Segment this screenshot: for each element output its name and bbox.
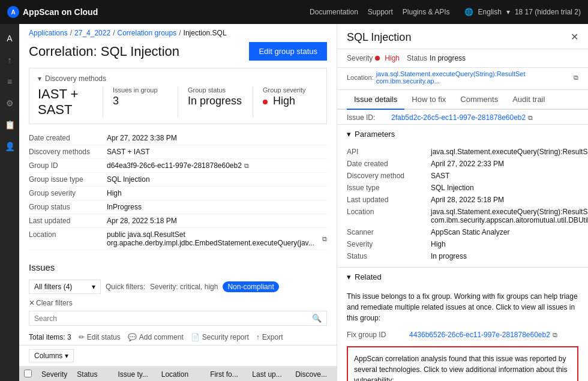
right-panel: SQL Injection ✕ Severity High Status In … bbox=[337, 24, 588, 381]
related-content: This issue belongs to a fix group. Worki… bbox=[337, 286, 588, 381]
edit-status-button[interactable]: ✏ Edit status bbox=[79, 333, 121, 341]
summary-card-header: ▾ Discovery methods bbox=[38, 74, 318, 83]
search-input[interactable] bbox=[34, 314, 312, 323]
group-severity-value: High bbox=[263, 95, 318, 107]
detail-key: Last updated bbox=[29, 217, 107, 225]
export-icon: ↑ bbox=[256, 333, 260, 341]
chevron-down-icon: ▾ bbox=[38, 74, 41, 83]
issue-id-row: Issue ID: 2fab5d2c-26c5-ec11-997e-281878… bbox=[337, 110, 588, 124]
param-key: Last updated bbox=[347, 196, 431, 204]
param-val: java.sql.Statement.executeQuery(String):… bbox=[431, 148, 588, 156]
all-filters-select[interactable]: All filters (4) ▾ bbox=[29, 280, 101, 294]
security-report-button[interactable]: 📄 Security report bbox=[191, 333, 249, 341]
tab-issue-details[interactable]: Issue details bbox=[347, 90, 404, 110]
edit-icon: ✏ bbox=[79, 333, 85, 341]
param-date-created: Date created April 27, 2022 2:33 PM bbox=[347, 158, 578, 170]
nav-plugins[interactable]: Plugins & APIs bbox=[403, 8, 450, 16]
details-table: Date created Apr 27, 2022 3:38 PM Discov… bbox=[29, 131, 327, 250]
copy-icon[interactable]: ⧉ bbox=[553, 331, 557, 339]
param-key: Severity bbox=[347, 240, 431, 248]
tab-how-to-fix[interactable]: How to fix bbox=[404, 90, 453, 110]
export-button[interactable]: ↑ Export bbox=[256, 333, 283, 341]
parameters-accordion-header[interactable]: ▾ Parameters bbox=[337, 124, 588, 143]
detail-row-date-created: Date created Apr 27, 2022 3:38 PM bbox=[29, 131, 327, 145]
detail-key: Group status bbox=[29, 203, 107, 211]
sidebar-icon-user[interactable]: 👤 bbox=[0, 137, 19, 156]
parameters-content: API java.sql.Statement.executeQuery(Stri… bbox=[337, 143, 588, 267]
copy-icon[interactable]: ⧉ bbox=[244, 162, 249, 170]
detail-key: Group ID bbox=[29, 161, 107, 170]
detail-val: SAST + IAST bbox=[107, 148, 149, 156]
status-meta: Status In progress bbox=[407, 54, 466, 62]
fix-group-label: Fix group ID bbox=[347, 331, 407, 339]
copy-icon[interactable]: ⧉ bbox=[528, 114, 533, 122]
issue-id-value: 2fab5d2c-26c5-ec11-997e-281878e60eb2 bbox=[391, 113, 526, 122]
sidebar-icon-list[interactable]: ≡ bbox=[0, 72, 19, 91]
param-key: Discovery method bbox=[347, 172, 431, 180]
chevron-down-icon: ▾ bbox=[347, 130, 351, 139]
breadcrumb-correlation-groups[interactable]: Correlation groups bbox=[117, 29, 176, 37]
sidebar-icon-upload[interactable]: ↑ bbox=[0, 50, 19, 70]
edit-group-status-button[interactable]: Edit group status bbox=[249, 42, 327, 61]
param-val: java.sql.Statement.executeQuery(String):… bbox=[431, 208, 588, 224]
severity-dot bbox=[263, 100, 268, 104]
chevron-down-icon: ▾ bbox=[92, 283, 95, 291]
breadcrumb-date[interactable]: 27_4_2022 bbox=[74, 29, 110, 37]
close-icon: ✕ bbox=[29, 299, 35, 307]
related-accordion-header[interactable]: ▾ Related bbox=[337, 267, 588, 286]
param-location: Location java.sql.Statement.executeQuery… bbox=[347, 206, 578, 226]
quick-filter-value: Severity: critical, high bbox=[150, 283, 218, 291]
th-location: Location bbox=[157, 366, 205, 381]
fix-group-row: Fix group ID 4436b6526-26c6-ec11-997e-28… bbox=[347, 328, 578, 341]
nav-right: 🌐 English ▾ 18 17 (hidden trial 2) bbox=[464, 8, 581, 16]
app-name: AppScan on Cloud bbox=[23, 7, 98, 17]
nav-documentation[interactable]: Documentation bbox=[310, 8, 358, 16]
copy-icon[interactable]: ⧉ bbox=[574, 74, 578, 82]
param-key: Location bbox=[347, 208, 431, 224]
sidebar-icon-clipboard[interactable]: 📋 bbox=[0, 115, 19, 134]
param-val: AppScan Static Analyzer bbox=[431, 228, 509, 236]
close-icon[interactable]: ✕ bbox=[571, 31, 578, 43]
page-title: Correlation: SQL Injection bbox=[29, 44, 179, 59]
language-selector[interactable]: English bbox=[478, 8, 502, 16]
nav-support[interactable]: Support bbox=[368, 8, 393, 16]
clear-filters-button[interactable]: ✕ Clear filters bbox=[29, 299, 73, 307]
issue-id-label: Issue ID: bbox=[347, 113, 389, 122]
summary-col-severity: Group severity High bbox=[263, 86, 318, 118]
left-panel: Applications / 27_4_2022 / Correlation g… bbox=[19, 24, 337, 381]
select-all-checkbox[interactable] bbox=[24, 370, 32, 377]
summary-card: ▾ Discovery methods IAST + SAST Issues i… bbox=[29, 68, 327, 124]
tab-audit-trail[interactable]: Audit trail bbox=[505, 90, 552, 110]
breadcrumb-applications[interactable]: Applications bbox=[29, 29, 68, 37]
detail-key: Group severity bbox=[29, 189, 107, 197]
correlation-text: AppScan correlation analysis found that … bbox=[354, 353, 571, 381]
add-comment-button[interactable]: 💬 Add comment bbox=[128, 333, 184, 341]
user-info: 18 17 (hidden trial 2) bbox=[515, 8, 581, 16]
non-compliant-filter-tag[interactable]: Non-compliant bbox=[223, 281, 278, 292]
detail-key: Group issue type bbox=[29, 175, 107, 184]
top-navigation: A AppScan on Cloud Documentation Support… bbox=[0, 0, 588, 24]
rp-meta: Severity High Status In progress bbox=[337, 49, 588, 68]
param-discovery: Discovery method SAST bbox=[347, 170, 578, 182]
sidebar: A ↑ ≡ ⚙ 📋 👤 bbox=[0, 24, 19, 381]
copy-icon[interactable]: ⧉ bbox=[322, 235, 327, 243]
issues-section-title: Issues bbox=[19, 257, 337, 276]
columns-select[interactable]: Columns ▾ bbox=[29, 349, 74, 362]
rp-location: Location: java.sql.Statement.executeQuer… bbox=[337, 68, 588, 90]
detail-key: Location bbox=[29, 230, 107, 247]
sidebar-icon-settings[interactable]: ⚙ bbox=[0, 94, 19, 113]
detail-row-group-id: Group ID d64ea3f9-26c6-ec11-997e-281878e… bbox=[29, 159, 327, 173]
th-discovery: Discove... bbox=[290, 366, 337, 381]
param-key: Date created bbox=[347, 160, 431, 168]
tab-comments[interactable]: Comments bbox=[453, 90, 505, 110]
summary-row: IAST + SAST Issues in group 3 Group stat… bbox=[38, 86, 318, 118]
param-val: High bbox=[431, 240, 446, 248]
fix-group-value[interactable]: 4436b6526-26c6-ec11-997e-281878e60eb2 bbox=[409, 331, 550, 339]
rp-header: SQL Injection ✕ bbox=[337, 24, 588, 49]
detail-row-discovery: Discovery methods SAST + IAST bbox=[29, 145, 327, 159]
param-key: Issue type bbox=[347, 184, 431, 192]
discovery-methods-label: Discovery methods bbox=[45, 74, 106, 83]
th-severity: Severity bbox=[37, 366, 72, 381]
sidebar-icon-home[interactable]: A bbox=[0, 29, 19, 48]
severity-meta: Severity High bbox=[347, 54, 400, 62]
